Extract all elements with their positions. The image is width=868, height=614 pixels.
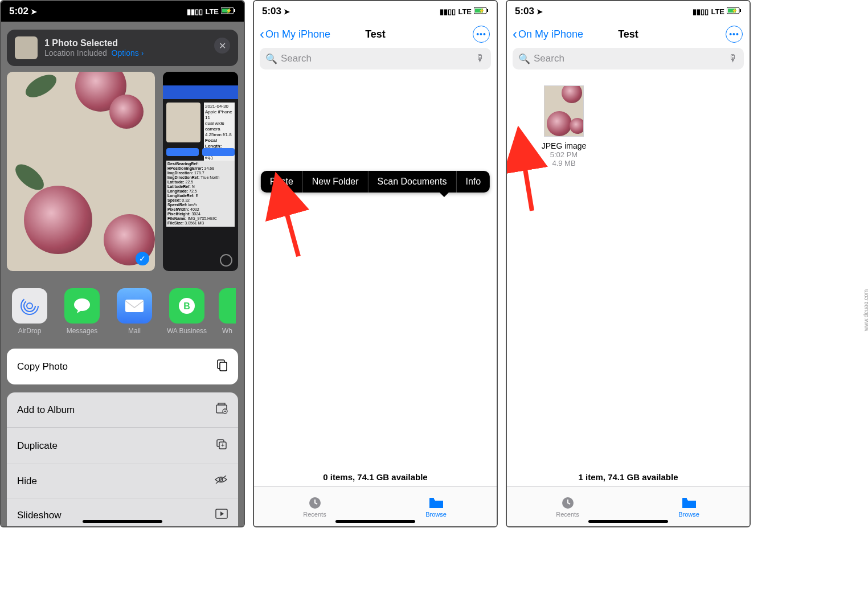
- folder-status: 1 item, 74.1 GB available: [507, 472, 750, 482]
- phone-2-files-empty: 5:03➤ ▮▮▯▯ LTE ⚡ ‹On My iPhone Test ••• …: [253, 0, 498, 527]
- action-label: Copy Photo: [17, 361, 68, 373]
- share-thumbnail: [15, 36, 38, 59]
- svg-rect-12: [220, 362, 227, 371]
- search-icon: 🔍: [265, 53, 277, 65]
- back-button[interactable]: ‹On My iPhone: [260, 26, 330, 42]
- annotation-arrow: [276, 188, 304, 256]
- selected-photo-preview[interactable]: ✓: [7, 72, 155, 271]
- more-button[interactable]: •••: [473, 26, 490, 43]
- svg-text:⚡: ⚡: [731, 7, 738, 14]
- phone-3-files-with-item: 5:03➤ ▮▮▯▯ LTE ⚡ ‹On My iPhone Test ••• …: [506, 0, 751, 527]
- battery-icon: ⚡: [221, 7, 236, 16]
- app-label: Messages: [67, 327, 98, 335]
- app-airdrop[interactable]: AirDrop: [9, 288, 50, 335]
- battery-icon: ⚡: [474, 7, 489, 16]
- duplicate-action[interactable]: Duplicate +: [7, 427, 238, 464]
- svg-rect-8: [125, 300, 144, 312]
- messages-icon: [64, 288, 100, 324]
- share-apps-row: AirDrop Messages Mail B WA Business Wh: [1, 283, 244, 341]
- network-label: LTE: [458, 7, 472, 16]
- home-indicator[interactable]: [83, 520, 162, 523]
- clock-icon: [307, 496, 323, 510]
- location-arrow-icon: ➤: [284, 7, 290, 16]
- copy-photo-action[interactable]: Copy Photo: [7, 349, 238, 384]
- clock-icon: [560, 496, 576, 510]
- chevron-left-icon: ‹: [260, 26, 264, 42]
- phone-1-share-sheet: 5:02➤ ▮▮▯▯ LTE ⚡ 1 Photo Selected Locati…: [0, 0, 245, 527]
- duplicate-icon: +: [215, 438, 228, 453]
- search-placeholder: Search: [281, 53, 312, 64]
- share-subtitle: Location Included Options ›: [44, 48, 144, 58]
- add-to-album-action[interactable]: Add to Album +: [7, 392, 238, 427]
- folder-icon: [681, 496, 697, 510]
- tab-label: Browse: [678, 511, 699, 518]
- location-arrow-icon: ➤: [31, 7, 37, 16]
- svg-point-7: [74, 298, 90, 311]
- app-label: AirDrop: [18, 327, 42, 335]
- network-label: LTE: [711, 7, 724, 16]
- nav-title: Test: [618, 28, 638, 40]
- secondary-actions-card: Add to Album + Duplicate + Hide Slidesho…: [7, 392, 238, 527]
- folder-body[interactable]: Paste New Folder Scan Documents Info: [254, 74, 497, 439]
- search-icon: 🔍: [518, 53, 530, 65]
- status-bar: 5:03➤ ▮▮▯▯ LTE ⚡: [507, 1, 750, 22]
- svg-text:B: B: [183, 301, 190, 311]
- menu-info[interactable]: Info: [456, 171, 490, 193]
- copy-icon: [215, 359, 228, 374]
- svg-rect-28: [429, 498, 434, 500]
- status-time: 5:03➤: [515, 6, 543, 17]
- microphone-icon[interactable]: 🎙: [728, 53, 738, 64]
- svg-rect-25: [487, 9, 488, 12]
- hide-action[interactable]: Hide: [7, 464, 238, 498]
- home-indicator[interactable]: [588, 520, 668, 523]
- watermark: www.deuaq.com: [863, 289, 869, 331]
- app-label: Wh: [222, 327, 232, 335]
- svg-rect-34: [682, 498, 687, 500]
- svg-text:⚡: ⚡: [478, 7, 485, 14]
- microphone-icon[interactable]: 🎙: [476, 53, 485, 64]
- signal-icon: ▮▮▯▯: [440, 7, 456, 16]
- status-bar: 5:03➤ ▮▮▯▯ LTE ⚡: [254, 1, 497, 22]
- tab-label: Browse: [425, 511, 447, 518]
- screenshot-preview[interactable]: 2021-04-30Apple iPhone 11dual wide camer…: [163, 72, 238, 271]
- options-link[interactable]: Options ›: [112, 48, 144, 58]
- search-field[interactable]: 🔍 Search 🎙: [260, 48, 491, 69]
- status-time: 5:02➤: [9, 6, 37, 17]
- svg-text:+: +: [224, 409, 227, 414]
- status-time: 5:03➤: [262, 6, 290, 17]
- status-bar: 5:02➤ ▮▮▯▯ LTE ⚡: [1, 1, 244, 22]
- slideshow-action[interactable]: Slideshow: [7, 498, 238, 527]
- svg-text:+: +: [221, 441, 224, 448]
- menu-scan-documents[interactable]: Scan Documents: [368, 171, 456, 193]
- status-right: ▮▮▯▯ LTE ⚡: [440, 7, 489, 16]
- back-button[interactable]: ‹On My iPhone: [513, 26, 583, 42]
- preview-row: ✓ 2021-04-30Apple iPhone 11dual wide cam…: [7, 72, 238, 271]
- nav-bar: ‹On My iPhone Test •••: [254, 22, 497, 47]
- nav-title: Test: [365, 28, 386, 40]
- search-field[interactable]: 🔍 Search 🎙: [513, 48, 744, 69]
- app-mail[interactable]: Mail: [114, 288, 155, 335]
- app-label: Mail: [128, 327, 141, 335]
- checkmark-icon: ✓: [136, 252, 149, 265]
- share-title: 1 Photo Selected: [44, 38, 144, 48]
- folder-body[interactable]: JPEG image 5:02 PM 4.9 MB: [507, 74, 750, 439]
- menu-new-folder[interactable]: New Folder: [302, 171, 368, 193]
- app-whatsapp[interactable]: Wh: [219, 288, 236, 335]
- more-button[interactable]: •••: [726, 26, 743, 43]
- home-indicator[interactable]: [335, 520, 415, 523]
- whatsapp-icon: [219, 288, 236, 324]
- svg-point-5: [24, 300, 35, 312]
- svg-rect-14: [218, 403, 225, 405]
- network-label: LTE: [205, 7, 219, 16]
- location-arrow-icon: ➤: [537, 7, 543, 16]
- close-button[interactable]: ✕: [214, 38, 230, 54]
- action-label: Hide: [17, 476, 37, 487]
- play-rectangle-icon: [215, 509, 228, 522]
- primary-action-card: Copy Photo: [7, 349, 238, 384]
- nav-bar: ‹On My iPhone Test •••: [507, 22, 750, 47]
- app-messages[interactable]: Messages: [62, 288, 103, 335]
- battery-icon: ⚡: [727, 7, 742, 16]
- app-wa-business[interactable]: B WA Business: [166, 288, 207, 335]
- action-label: Slideshow: [17, 510, 62, 521]
- svg-rect-31: [740, 9, 741, 12]
